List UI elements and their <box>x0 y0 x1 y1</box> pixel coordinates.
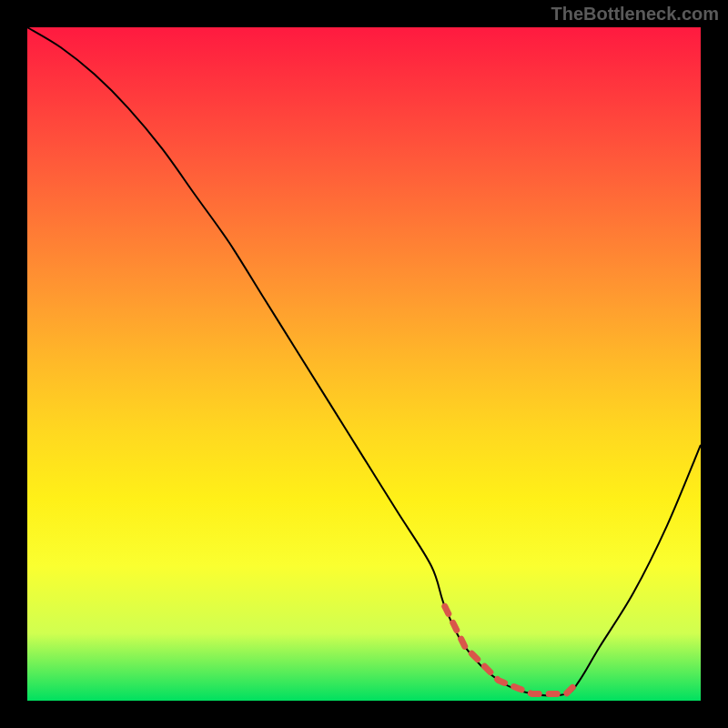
chart-plot-area <box>27 27 701 701</box>
optimal-range-highlight <box>445 606 580 693</box>
bottleneck-curve-line <box>27 27 701 695</box>
chart-svg <box>27 27 701 701</box>
watermark-text: TheBottleneck.com <box>551 4 719 25</box>
